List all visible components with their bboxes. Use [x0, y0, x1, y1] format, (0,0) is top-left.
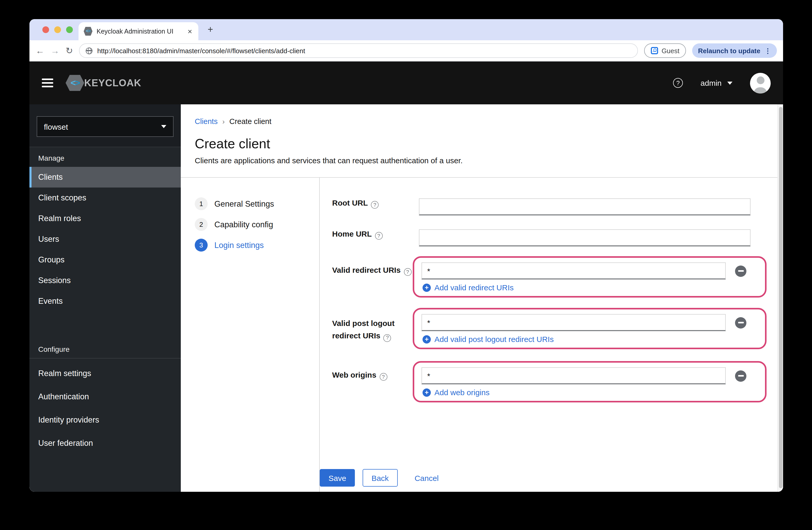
valid-redirect-uris-row: Valid redirect URIs? + Add valid redirec… [320, 256, 778, 298]
home-url-input[interactable] [419, 229, 751, 246]
home-url-row: Home URL? [320, 229, 778, 246]
content: Clients › Create client Create client Cl… [181, 104, 778, 492]
realm-name: flowset [44, 122, 68, 131]
page-description: Clients are applications and services th… [195, 156, 778, 165]
valid-redirect-uri-input[interactable] [421, 262, 726, 280]
sidebar-item-realm-roles[interactable]: Realm roles [29, 208, 181, 229]
wizard-steps: 1 General Settings 2 Capability config 3… [181, 178, 320, 492]
brand-text: KEYCLOAK [84, 77, 141, 89]
sidebar: flowset Manage Clients Client scopes Rea… [29, 104, 181, 492]
address-bar[interactable]: http://localhost:8180/admin/master/conso… [79, 43, 638, 58]
fullscreen-window-button[interactable] [66, 26, 73, 33]
keycloak-favicon-icon: <> [84, 27, 92, 35]
web-origins-highlight-box: + Add web origins [413, 361, 767, 402]
web-origins-label: Web origins? [320, 361, 413, 402]
valid-post-logout-uri-input[interactable] [421, 314, 726, 331]
chevron-down-icon [161, 125, 166, 128]
close-tab-icon[interactable]: × [187, 27, 193, 35]
valid-post-logout-highlight-box: + Add valid post logout redirect URIs [413, 308, 767, 349]
sidebar-item-realm-settings[interactable]: Realm settings [29, 362, 181, 385]
main-area: flowset Manage Clients Client scopes Rea… [29, 104, 783, 492]
minimize-window-button[interactable] [54, 26, 61, 33]
profile-label: Guest [662, 47, 679, 55]
breadcrumb-clients-link[interactable]: Clients [195, 117, 218, 126]
sidebar-item-identity-providers[interactable]: Identity providers [29, 408, 181, 431]
valid-post-logout-label: Valid post logout redirect URIs? [320, 308, 413, 349]
plus-icon: + [422, 335, 431, 343]
sidebar-item-groups[interactable]: Groups [29, 249, 181, 270]
remove-web-origin-button[interactable] [735, 370, 746, 382]
page-scrollbar[interactable] [778, 104, 783, 492]
sidebar-item-events[interactable]: Events [29, 291, 181, 312]
valid-redirect-uris-highlight-box: + Add valid redirect URIs [413, 256, 767, 298]
browser-toolbar: ← → ↻ http://localhost:8180/admin/master… [29, 40, 783, 61]
wizard-step-login-settings[interactable]: 3 Login settings [195, 239, 319, 252]
sidebar-divider [29, 358, 181, 358]
avatar[interactable] [750, 73, 771, 93]
breadcrumb: Clients › Create client [195, 117, 778, 126]
wizard: 1 General Settings 2 Capability config 3… [181, 178, 778, 492]
url-text: http://localhost:8180/admin/master/conso… [97, 47, 305, 55]
sidebar-item-users[interactable]: Users [29, 229, 181, 249]
keycloak-logo[interactable]: <> KEYCLOAK [66, 75, 141, 91]
remove-redirect-uri-button[interactable] [735, 265, 746, 277]
sidebar-item-sessions[interactable]: Sessions [29, 270, 181, 291]
cancel-link[interactable]: Cancel [415, 473, 438, 482]
new-tab-button[interactable]: + [208, 24, 213, 35]
wizard-step-general-settings[interactable]: 1 General Settings [195, 197, 319, 210]
root-url-label: Root URL? [320, 198, 413, 215]
add-post-logout-uris-link[interactable]: + Add valid post logout redirect URIs [421, 335, 746, 344]
valid-post-logout-help-icon[interactable]: ? [383, 334, 391, 342]
close-window-button[interactable] [42, 26, 49, 33]
step-number: 1 [195, 197, 208, 210]
step-number: 2 [195, 218, 208, 231]
browser-forward-icon[interactable]: → [50, 46, 59, 55]
plus-icon: + [422, 283, 431, 291]
form-actions: Save Back Cancel [320, 469, 778, 487]
remove-post-logout-uri-button[interactable] [735, 317, 746, 328]
browser-reload-icon[interactable]: ↻ [66, 46, 73, 55]
scrollbar-thumb[interactable] [779, 107, 783, 488]
valid-redirect-uris-help-icon[interactable]: ? [404, 268, 411, 276]
save-button[interactable]: Save [320, 469, 355, 487]
home-url-help-icon[interactable]: ? [375, 232, 382, 240]
home-url-label: Home URL? [320, 229, 413, 246]
step-number: 3 [195, 239, 208, 252]
tab-strip: <> Keycloak Administration UI × + [29, 19, 783, 40]
keycloak-logo-icon: <> [66, 75, 84, 91]
help-icon[interactable]: ? [673, 78, 683, 88]
add-valid-redirect-uris-link[interactable]: + Add valid redirect URIs [421, 283, 746, 292]
sidebar-item-client-scopes[interactable]: Client scopes [29, 187, 181, 208]
nav-toggle-icon[interactable] [42, 78, 53, 87]
web-origins-help-icon[interactable]: ? [379, 373, 387, 381]
sidebar-section-manage: Manage [29, 147, 181, 167]
breadcrumb-current: Create client [229, 117, 272, 126]
web-origins-row: Web origins? + Add web origins [320, 361, 778, 402]
browser-profile-button[interactable]: Guest [644, 43, 686, 58]
window-controls [42, 26, 73, 33]
page-title: Create client [195, 136, 778, 152]
root-url-help-icon[interactable]: ? [371, 201, 379, 209]
sidebar-item-authentication[interactable]: Authentication [29, 385, 181, 408]
valid-post-logout-row: Valid post logout redirect URIs? + [320, 308, 778, 349]
realm-selector[interactable]: flowset [37, 116, 174, 137]
web-origins-input[interactable] [421, 367, 726, 384]
browser-tab[interactable]: <> Keycloak Administration UI × [78, 22, 198, 40]
relaunch-label: Relaunch to update [698, 47, 760, 55]
root-url-row: Root URL? [320, 198, 778, 215]
browser-back-icon[interactable]: ← [35, 46, 44, 55]
browser-menu-icon[interactable]: ⋮ [765, 47, 771, 55]
site-info-icon[interactable] [86, 47, 93, 54]
user-menu[interactable]: admin [700, 78, 733, 87]
sidebar-section-configure: Configure [29, 338, 181, 358]
root-url-input[interactable] [419, 198, 751, 215]
profile-icon [651, 47, 658, 54]
browser-window: <> Keycloak Administration UI × + ← → ↻ … [29, 19, 783, 492]
back-button[interactable]: Back [363, 469, 397, 487]
wizard-step-capability-config[interactable]: 2 Capability config [195, 218, 319, 231]
masthead-right: ? admin [673, 73, 771, 93]
sidebar-item-user-federation[interactable]: User federation [29, 431, 181, 455]
relaunch-to-update-button[interactable]: Relaunch to update ⋮ [693, 43, 777, 58]
sidebar-item-clients[interactable]: Clients [29, 167, 181, 187]
add-web-origins-link[interactable]: + Add web origins [421, 388, 746, 397]
